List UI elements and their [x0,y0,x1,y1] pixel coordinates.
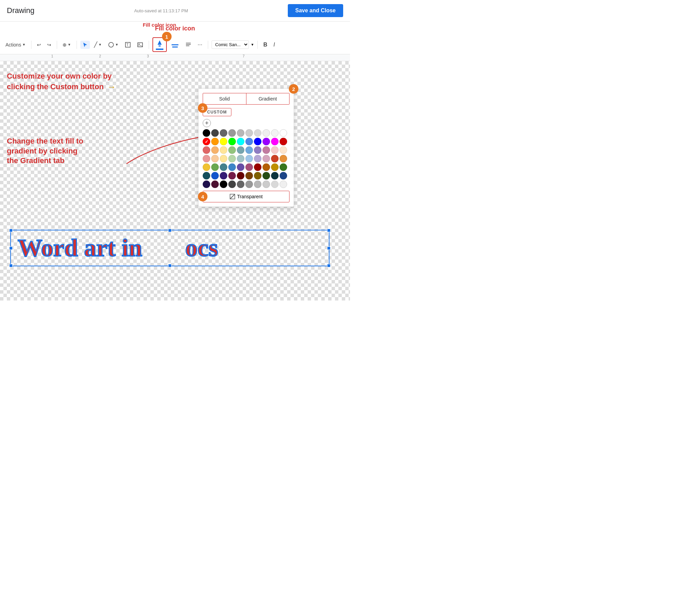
color-swatch[interactable] [228,172,236,180]
undo-button[interactable]: ↩ [35,41,43,49]
color-swatch[interactable] [262,163,270,171]
resize-handle-ml[interactable] [9,246,13,250]
color-swatch[interactable] [246,129,253,137]
color-swatch[interactable] [279,146,287,154]
color-swatch[interactable] [254,146,262,154]
color-swatch[interactable] [203,181,210,188]
color-swatch[interactable] [237,172,245,180]
shape-tool-button[interactable]: ▼ [106,40,121,49]
color-swatch[interactable] [220,138,227,145]
color-swatch[interactable] [228,181,236,188]
color-swatch[interactable] [262,129,270,137]
color-swatch[interactable] [211,146,219,154]
color-swatch[interactable] [237,155,245,162]
color-swatch[interactable] [246,181,253,188]
font-dropdown-arrow[interactable]: ▼ [251,43,254,47]
color-swatch[interactable] [254,129,262,137]
color-swatch[interactable] [220,146,227,154]
resize-handle-bl[interactable] [9,264,13,267]
text-align-button[interactable] [183,40,193,49]
bold-button[interactable]: B [261,40,269,49]
color-swatch[interactable] [271,181,278,188]
color-swatch[interactable] [262,155,270,162]
color-swatch[interactable] [246,163,253,171]
color-swatch[interactable] [220,155,227,162]
color-swatch[interactable] [254,172,262,180]
line-tool-button[interactable]: ╱ ▼ [92,41,104,49]
color-swatch[interactable] [203,129,210,137]
color-swatch[interactable] [237,163,245,171]
color-swatch[interactable] [228,146,236,154]
color-swatch[interactable] [203,172,210,180]
line-color-button[interactable] [169,40,181,49]
redo-button[interactable]: ↪ [45,41,53,49]
color-swatch[interactable] [220,163,227,171]
color-swatch[interactable] [246,155,253,162]
color-swatch[interactable] [262,146,270,154]
color-swatch[interactable] [203,146,210,154]
resize-handle-mr[interactable] [327,246,330,250]
color-swatch[interactable] [237,129,245,137]
color-swatch[interactable] [203,155,210,162]
color-swatch[interactable] [262,181,270,188]
add-custom-button[interactable]: + [203,119,211,127]
image-tool-button[interactable] [135,40,145,49]
color-swatch[interactable] [203,138,210,145]
color-swatch[interactable] [237,181,245,188]
color-swatch[interactable] [279,163,287,171]
color-swatch[interactable] [271,129,278,137]
color-swatch[interactable] [262,138,270,145]
wordart-container[interactable]: Word art in ocs [10,230,329,266]
color-swatch[interactable] [237,146,245,154]
color-swatch[interactable] [228,129,236,137]
color-swatch[interactable] [246,146,253,154]
transparent-button[interactable]: Transparent [203,191,289,202]
color-swatch[interactable] [211,138,219,145]
color-swatch[interactable] [271,146,278,154]
color-swatch[interactable] [246,172,253,180]
color-swatch[interactable] [220,172,227,180]
resize-handle-br[interactable] [327,264,330,267]
color-swatch[interactable] [271,163,278,171]
color-swatch[interactable] [228,163,236,171]
color-swatch[interactable] [279,129,287,137]
color-swatch[interactable] [211,163,219,171]
resize-handle-bm[interactable] [168,264,172,267]
color-swatch[interactable] [271,138,278,145]
color-swatch[interactable] [271,172,278,180]
color-swatch[interactable] [203,163,210,171]
textbox-tool-button[interactable]: T [123,40,133,49]
color-swatch[interactable] [220,181,227,188]
color-swatch[interactable] [254,155,262,162]
font-selector[interactable]: Comic San... [212,40,249,49]
color-swatch[interactable] [254,181,262,188]
italic-button[interactable]: I [271,40,277,49]
color-swatch[interactable] [262,172,270,180]
color-swatch[interactable] [220,129,227,137]
resize-handle-tm[interactable] [168,229,172,232]
color-swatch[interactable] [279,181,287,188]
resize-handle-tl[interactable] [9,229,13,232]
tab-gradient[interactable]: Gradient [247,93,289,104]
color-swatch[interactable] [254,138,262,145]
color-swatch[interactable] [228,138,236,145]
select-tool-button[interactable] [80,41,90,49]
color-swatch[interactable] [211,172,219,180]
color-swatch[interactable] [246,138,253,145]
color-swatch[interactable] [279,155,287,162]
color-swatch[interactable] [254,163,262,171]
color-swatch[interactable] [271,155,278,162]
color-swatch[interactable] [237,138,245,145]
color-swatch[interactable] [211,129,219,137]
color-swatch[interactable] [211,181,219,188]
more-options-button[interactable]: ⋯ [196,41,204,49]
actions-menu-button[interactable]: Actions ▼ [3,41,28,49]
color-swatch[interactable] [228,155,236,162]
color-swatch[interactable] [211,155,219,162]
tab-solid[interactable]: Solid [203,93,246,104]
resize-handle-tr[interactable] [327,229,330,232]
color-swatch[interactable] [279,138,287,145]
save-close-button[interactable]: Save and Close [288,4,343,17]
color-swatch[interactable] [279,172,287,180]
zoom-button[interactable]: ⊕ ▼ [61,41,73,49]
